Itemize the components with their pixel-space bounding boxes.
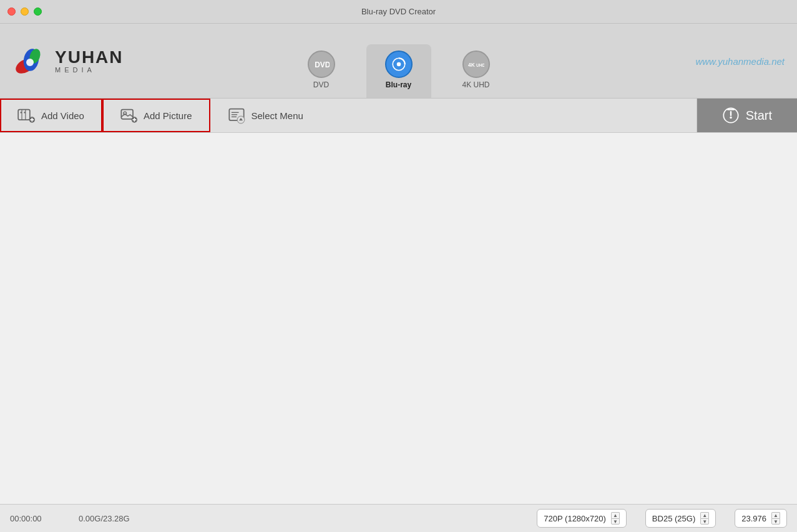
svg-text:4K: 4K	[467, 62, 474, 68]
add-picture-label: Add Picture	[144, 110, 192, 121]
logo-media: MEDIA	[55, 66, 124, 74]
framerate-up-button[interactable]: ▲	[771, 512, 780, 518]
select-menu-icon	[228, 107, 245, 124]
header: YUHAN MEDIA DVD DVD Blu-ray	[0, 24, 797, 99]
framerate-stepper[interactable]: ▲ ▼	[771, 512, 780, 525]
svg-point-6	[396, 62, 401, 67]
svg-point-29	[730, 117, 732, 119]
select-menu-button[interactable]: Select Menu	[210, 99, 697, 132]
tab-bluray-label: Blu-ray	[386, 80, 411, 89]
framerate-down-button[interactable]: ▼	[771, 518, 780, 525]
svg-rect-17	[121, 110, 133, 119]
tab-dvd[interactable]: DVD DVD	[288, 44, 353, 98]
dvd-icon: DVD	[313, 56, 329, 72]
add-video-label: Add Video	[41, 110, 84, 121]
maximize-button[interactable]	[34, 7, 42, 16]
status-size: 0.00G/23.28G	[79, 514, 130, 523]
svg-rect-9	[18, 110, 30, 120]
tabs-container: DVD DVD Blu-ray 4K UHD	[288, 44, 508, 98]
resolution-down-button[interactable]: ▼	[611, 518, 620, 525]
disc-value: BD25 (25G)	[652, 514, 695, 523]
disc-select[interactable]: BD25 (25G) ▲ ▼	[645, 509, 716, 528]
start-label: Start	[746, 109, 772, 123]
title-bar: Blu-ray DVD Creator	[0, 0, 797, 24]
resolution-up-button[interactable]: ▲	[611, 512, 620, 518]
logo-text: YUHAN MEDIA	[55, 49, 124, 74]
bluray-icon-circle	[384, 51, 412, 78]
logo-yuhan: YUHAN	[55, 49, 124, 66]
resolution-value: 720P (1280x720)	[544, 514, 606, 523]
select-menu-label: Select Menu	[252, 110, 303, 121]
window-title: Blu-ray DVD Creator	[361, 7, 436, 16]
tab-4kuhd-label: 4K UHD	[462, 80, 489, 89]
framerate-value: 23.976	[741, 514, 766, 523]
close-button[interactable]	[7, 7, 16, 16]
dvd-icon-circle: DVD	[307, 51, 335, 78]
status-time: 00:00:00	[10, 514, 60, 523]
disc-down-button[interactable]: ▼	[700, 518, 709, 525]
disc-up-button[interactable]: ▲	[700, 512, 709, 518]
disc-stepper[interactable]: ▲ ▼	[700, 512, 709, 525]
add-picture-icon	[120, 107, 137, 124]
svg-rect-13	[24, 112, 26, 113]
logo: YUHAN MEDIA	[12, 42, 124, 80]
minimize-button[interactable]	[21, 7, 29, 16]
4kuhd-icon: 4K UHD	[467, 56, 484, 72]
tab-4kuhd[interactable]: 4K UHD 4K UHD	[443, 44, 508, 98]
add-video-button[interactable]: Add Video	[0, 99, 102, 132]
traffic-lights	[7, 7, 42, 16]
svg-text:DVD: DVD	[315, 60, 330, 69]
4kuhd-icon-circle: 4K UHD	[462, 51, 489, 78]
svg-point-3	[26, 59, 34, 66]
add-video-icon	[17, 107, 35, 124]
toolbar: Add Video Add Picture Select Menu	[0, 99, 797, 133]
website-url: www.yuhanmedia.net	[695, 56, 785, 66]
svg-text:UHD: UHD	[476, 63, 484, 67]
start-icon	[722, 107, 740, 124]
resolution-select[interactable]: 720P (1280x720) ▲ ▼	[537, 509, 627, 528]
framerate-select[interactable]: 23.976 ▲ ▼	[735, 509, 787, 528]
add-picture-button[interactable]: Add Picture	[102, 99, 210, 132]
tab-bluray[interactable]: Blu-ray	[366, 44, 431, 98]
bluray-icon	[390, 56, 406, 72]
start-button[interactable]: Start	[697, 99, 797, 132]
status-bar: 00:00:00 0.00G/23.28G 720P (1280x720) ▲ …	[0, 504, 797, 532]
logo-icon	[12, 42, 50, 80]
resolution-stepper[interactable]: ▲ ▼	[611, 512, 620, 525]
main-content	[0, 133, 797, 504]
tab-dvd-label: DVD	[313, 80, 329, 89]
svg-rect-12	[21, 112, 22, 113]
